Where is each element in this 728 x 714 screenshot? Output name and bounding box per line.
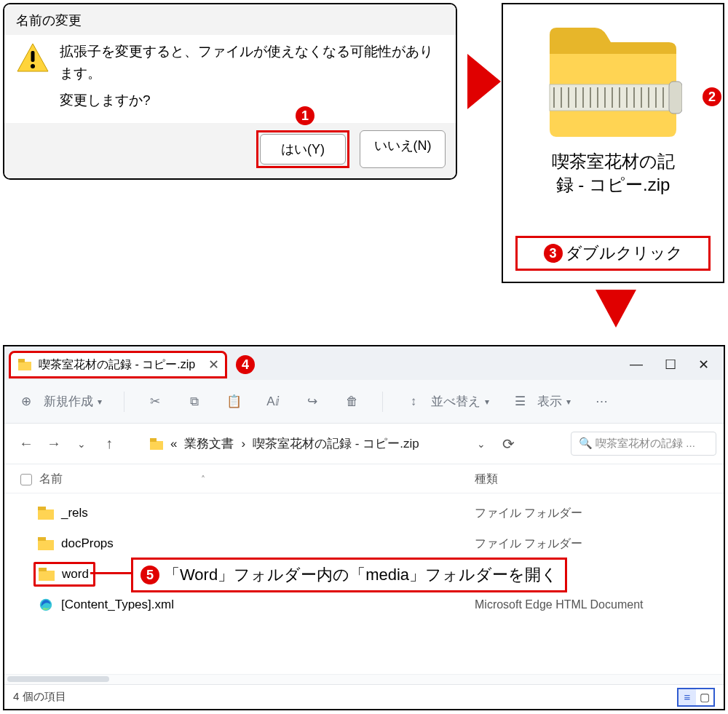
svg-rect-26 [38, 507, 46, 510]
file-type: ファイル フォルダー [475, 536, 708, 552]
list-item[interactable]: [Content_Types].xml Microsoft Edge HTML … [4, 590, 724, 620]
list-item[interactable]: _rels ファイル フォルダー [4, 498, 724, 528]
forward-icon[interactable]: → [45, 435, 63, 452]
breadcrumb-root[interactable]: 業務文書 [184, 435, 234, 452]
view-mode-toggle: ≡ ▢ [677, 688, 715, 707]
svg-point-1 [31, 64, 35, 68]
callout-connector [90, 572, 131, 574]
sort-icon: ↕ [405, 393, 422, 410]
share-icon[interactable]: ↪ [304, 393, 321, 410]
folder-icon [18, 359, 31, 370]
callout-badge-2: 2 [703, 87, 721, 106]
warning-icon [16, 42, 50, 73]
arrow-down-icon [594, 288, 638, 329]
svg-rect-30 [39, 568, 47, 571]
chevron-down-icon: ▾ [98, 397, 102, 407]
cut-icon[interactable]: ✂ [146, 393, 164, 410]
search-input[interactable]: 🔍 喫茶室花材の記録 ... [571, 432, 716, 456]
breadcrumb[interactable]: « 業務文書 › 喫茶室花材の記録 - コピー.zip [150, 435, 419, 452]
dialog-line1: 拡張子を変更すると、ファイルが使えなくなる可能性があります。 [60, 41, 444, 85]
status-text: 4 個の項目 [13, 690, 66, 704]
details-view-icon[interactable]: ≡ [678, 689, 696, 705]
folder-icon [39, 568, 55, 581]
svg-rect-20 [669, 82, 682, 114]
more-icon[interactable]: ⋯ [593, 393, 610, 410]
nav-row: ← → ⌄ ↑ « 業務文書 › 喫茶室花材の記録 - コピー.zip ⌄ ⟳ … [4, 424, 724, 464]
breadcrumb-prefix: « [170, 437, 177, 451]
double-click-instruction: 3 ダブルクリック [515, 236, 711, 271]
callout-badge-3: 3 [544, 244, 563, 263]
folder-icon [150, 438, 163, 450]
file-list: _rels ファイル フォルダー docProps ファイル フォルダー wor… [4, 493, 724, 674]
status-bar: 4 個の項目 ≡ ▢ [4, 684, 724, 709]
edge-icon [38, 598, 54, 611]
dialog-title: 名前の変更 [4, 4, 456, 35]
up-icon[interactable]: ↑ [100, 435, 118, 452]
dialog-line2: 変更しますか? [60, 90, 444, 111]
svg-rect-0 [31, 51, 35, 62]
svg-rect-23 [150, 441, 163, 450]
list-item[interactable]: docProps ファイル フォルダー [4, 528, 724, 559]
active-tab[interactable]: 喫茶室花材の記録 - コピー.zip ✕ [9, 351, 227, 378]
minimize-icon[interactable]: — [630, 357, 643, 373]
svg-rect-25 [38, 509, 54, 520]
chevron-down-icon[interactable]: ⌄ [472, 438, 490, 450]
scrollbar-horizontal[interactable] [7, 676, 109, 682]
col-type-label[interactable]: 種類 [475, 472, 708, 487]
view-button[interactable]: ☰ 表示 ▾ [511, 393, 571, 410]
rename-dialog: 名前の変更 拡張子を変更すると、ファイルが使えなくなる可能性があります。 変更し… [3, 3, 457, 180]
sort-label: 並べ替え [431, 393, 480, 410]
zip-icon-holder: 2 [503, 4, 723, 141]
copy-icon[interactable]: ⧉ [186, 393, 203, 410]
close-icon[interactable]: ✕ [208, 357, 219, 373]
breadcrumb-leaf[interactable]: 喫茶室花材の記録 - コピー.zip [253, 435, 419, 452]
svg-rect-24 [150, 438, 157, 442]
rename-dialog-container: 名前の変更 拡張子を変更すると、ファイルが使えなくなる可能性があります。 変更し… [3, 3, 457, 180]
dialog-text: 拡張子を変更すると、ファイルが使えなくなる可能性があります。 変更しますか? [60, 41, 444, 111]
col-name-label[interactable]: 名前 [39, 472, 63, 487]
zip-filename[interactable]: 喫茶室花材の記 録 - コピー.zip [503, 150, 723, 197]
chevron-down-icon[interactable]: ⌄ [73, 438, 90, 450]
no-button[interactable]: いいえ(N) [360, 130, 446, 168]
callout-badge-5: 5 [141, 566, 159, 584]
file-name: word [62, 567, 89, 582]
rename-icon[interactable]: Aⅈ [264, 393, 282, 410]
arrow-right-icon [466, 52, 502, 111]
search-placeholder: 喫茶室花材の記録 ... [596, 437, 695, 449]
view-label: 表示 [537, 393, 562, 410]
svg-rect-22 [18, 359, 25, 362]
tab-bar: 喫茶室花材の記録 - コピー.zip ✕ 4 — ☐ ✕ [4, 346, 724, 380]
explorer-window: 喫茶室花材の記録 - コピー.zip ✕ 4 — ☐ ✕ ⊕ 新規作成 ▾ ✂ … [3, 345, 725, 710]
svg-rect-21 [18, 362, 31, 370]
zip-filename-line1: 喫茶室花材の記 [552, 151, 675, 171]
chevron-right-icon: › [241, 437, 245, 451]
refresh-icon[interactable]: ⟳ [500, 435, 518, 453]
svg-rect-27 [38, 540, 54, 550]
file-type: ファイル フォルダー [475, 506, 708, 521]
tab-title: 喫茶室花材の記録 - コピー.zip [39, 357, 195, 373]
new-label: 新規作成 [44, 393, 93, 410]
delete-icon[interactable]: 🗑 [343, 393, 360, 410]
callout-badge-1: 1 [296, 106, 314, 125]
zip-folder-icon[interactable] [544, 22, 682, 138]
word-folder-callout: 5 「Word」フォルダー内の「media」フォルダーを開く [131, 558, 567, 592]
yes-button[interactable]: はい(Y) [260, 134, 346, 164]
folder-icon [38, 537, 54, 550]
search-icon: 🔍 [579, 437, 593, 449]
file-name: docProps [61, 536, 114, 551]
sort-button[interactable]: ↕ 並べ替え ▾ [405, 393, 489, 410]
word-folder-highlight: word [33, 562, 95, 587]
svg-rect-29 [39, 571, 55, 581]
list-header: 名前 ˄ 種類 [4, 464, 724, 493]
thumbnails-view-icon[interactable]: ▢ [696, 689, 713, 705]
back-icon[interactable]: ← [17, 435, 35, 452]
double-click-text: ダブルクリック [566, 242, 683, 264]
close-window-icon[interactable]: ✕ [698, 357, 709, 373]
new-button[interactable]: ⊕ 新規作成 ▾ [17, 393, 102, 410]
word-folder-callout-text: 「Word」フォルダー内の「media」フォルダーを開く [164, 564, 558, 586]
maximize-icon[interactable]: ☐ [665, 357, 676, 373]
folder-icon [38, 507, 54, 520]
window-controls: — ☐ ✕ [630, 357, 719, 373]
paste-icon[interactable]: 📋 [225, 393, 242, 410]
checkbox[interactable] [20, 474, 32, 485]
